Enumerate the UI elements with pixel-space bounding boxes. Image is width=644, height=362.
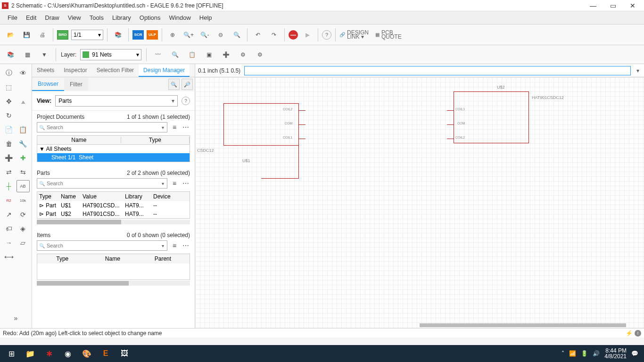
tab-selection-filter[interactable]: Selection Filter <box>92 64 139 77</box>
items-more-icon[interactable]: ⋯ <box>182 242 190 249</box>
docs-tree-root[interactable]: ▼ All Sheets <box>37 145 190 153</box>
maximize-button[interactable]: ▭ <box>607 2 619 9</box>
ulp-button[interactable]: ULP <box>147 30 158 40</box>
parts-more-icon[interactable]: ⋯ <box>182 180 190 187</box>
menu-draw[interactable]: Draw <box>41 12 63 23</box>
redo-icon[interactable]: ↷ <box>267 28 281 41</box>
taskbar-chrome-icon[interactable]: ◉ <box>58 346 77 361</box>
add-tool-icon[interactable]: ➕ <box>2 152 16 164</box>
stop-button[interactable]: — <box>289 30 298 40</box>
docs-search-input[interactable] <box>37 122 167 132</box>
tab-sheets[interactable]: Sheets <box>32 64 59 77</box>
copy-tool-icon[interactable]: 📄 <box>2 123 16 136</box>
items-search-input[interactable] <box>37 240 167 251</box>
subtab-browser[interactable]: Browser <box>32 78 64 91</box>
net-icon[interactable]: 〰 <box>151 48 165 61</box>
split-tool-icon[interactable]: ↗ <box>2 208 16 221</box>
tray-volume-icon[interactable]: 🔊 <box>593 350 600 357</box>
library-manager-icon[interactable]: 📚 <box>111 28 124 41</box>
add-part-icon[interactable]: ➕ <box>219 48 232 61</box>
subtab-filter[interactable]: Filter <box>64 78 88 90</box>
delete-tool-icon[interactable]: 🗑 <box>2 138 16 150</box>
probe-icon[interactable]: 🔍 <box>168 48 182 61</box>
filter-icon[interactable]: ▼ <box>38 48 51 61</box>
zoom-fit-icon[interactable]: ⊕ <box>166 28 179 41</box>
info-tool-icon[interactable]: ⓘ <box>2 67 16 79</box>
menu-view[interactable]: View <box>64 12 85 23</box>
parts-scrollbar[interactable] <box>37 220 190 224</box>
script-button[interactable]: SCR <box>132 30 144 40</box>
erc-icon[interactable]: ⚙ <box>236 48 249 61</box>
items-list-options-icon[interactable]: ≡ <box>170 242 179 249</box>
design-link-button[interactable]: DESIGN LINK ▾ <box>347 31 369 39</box>
zoom-selection-icon[interactable]: 🔎 <box>182 79 193 90</box>
tray-chevron-icon[interactable]: ˄ <box>561 350 564 357</box>
module-icon[interactable]: ▣ <box>202 48 215 61</box>
help-icon[interactable]: ? <box>322 30 331 40</box>
mark-tool-icon[interactable]: ⬚ <box>2 81 16 93</box>
paste-tool-icon[interactable]: 📋 <box>17 123 30 136</box>
taskbar-eagle-icon[interactable]: E <box>96 346 115 361</box>
gateswap-tool-icon[interactable]: ⇄ <box>2 166 16 178</box>
sync-status-icon[interactable]: ⚡ <box>626 330 633 337</box>
errors-icon[interactable]: ⚙ <box>253 48 266 61</box>
zoom-select-icon[interactable]: 🔍 <box>230 28 243 41</box>
menu-options[interactable]: Options <box>136 12 165 23</box>
taskbar-paint-icon[interactable]: 🎨 <box>77 346 96 361</box>
command-input[interactable] <box>244 66 631 75</box>
notifications-badge[interactable]: ! <box>635 330 641 337</box>
change-tool-icon[interactable]: 🔧 <box>17 138 30 150</box>
taskbar-explorer-icon[interactable]: 📁 <box>21 346 40 361</box>
parts-row[interactable]: ⊳ Part U$2 HAT901CSD... HAT9... -- <box>37 210 190 218</box>
layer-selector[interactable]: 91 Nets ▾ <box>80 49 141 60</box>
menu-edit[interactable]: Edit <box>22 12 40 23</box>
command-dropdown-icon[interactable]: ▾ <box>635 67 641 74</box>
close-button[interactable]: ✕ <box>627 2 638 9</box>
start-button[interactable]: ⊞ <box>2 346 21 361</box>
help-view-icon[interactable]: ? <box>182 97 190 105</box>
menu-window[interactable]: Window <box>165 12 195 23</box>
docs-more-icon[interactable]: ⋯ <box>182 123 190 131</box>
docs-tree-row-selected[interactable]: Sheet 1/1 Sheet <box>37 153 190 162</box>
sheet-selector[interactable]: 1/1▾ <box>71 30 103 40</box>
menu-file[interactable]: File <box>4 12 21 23</box>
pinswap-tool-icon[interactable]: ⇆ <box>17 166 30 178</box>
tray-wifi-icon[interactable]: 📶 <box>569 350 576 357</box>
tray-notifications-icon[interactable]: 💬 <box>631 350 638 357</box>
grid-icon[interactable]: ▦ <box>21 48 34 61</box>
tab-design-manager[interactable]: Design Manager <box>139 64 190 77</box>
name-tool-icon[interactable]: AB <box>17 180 30 192</box>
zoom-redraw-icon[interactable]: ⊖ <box>214 28 227 41</box>
docs-list-options-icon[interactable]: ≡ <box>170 123 179 131</box>
zoom-to-icon[interactable]: 🔍 <box>168 79 180 90</box>
paste-icon[interactable]: 📋 <box>185 48 198 61</box>
menu-library[interactable]: Library <box>108 12 135 23</box>
attribute-tool-icon[interactable]: ◈ <box>17 222 30 235</box>
view-selector[interactable]: Parts <box>55 95 178 107</box>
rotate-tool-icon[interactable]: ↻ <box>2 109 16 122</box>
move-tool-icon[interactable]: ✥ <box>2 95 16 107</box>
zoom-in-icon[interactable]: 🔍+ <box>182 28 195 41</box>
layers-icon[interactable]: 📚 <box>4 48 17 61</box>
minimize-button[interactable]: — <box>587 2 599 9</box>
open-icon[interactable]: 📂 <box>4 28 17 41</box>
value-tool-icon[interactable]: R2 <box>2 194 16 206</box>
mirror-tool-icon[interactable]: ⟁ <box>17 95 30 107</box>
show-tool-icon[interactable]: 👁 <box>17 67 30 79</box>
replace-tool-icon[interactable]: ✚ <box>17 152 30 164</box>
go-button[interactable]: ▶ <box>301 28 314 41</box>
menu-help[interactable]: Help <box>196 12 216 23</box>
parts-list-options-icon[interactable]: ≡ <box>170 180 179 187</box>
schematic-canvas[interactable]: U$1 CSDC12 COIL2 COM COIL1 U$2 HAT901CSD… <box>195 77 644 328</box>
items-scrollbar[interactable] <box>37 281 190 286</box>
net-tool-icon[interactable]: ┼ <box>2 180 16 192</box>
junction-tool-icon[interactable]: → <box>2 237 16 249</box>
zoom-out-icon[interactable]: 🔍- <box>198 28 211 41</box>
taskbar-app1-icon[interactable]: ✱ <box>40 346 58 361</box>
taskbar-clock[interactable]: 8:44 PM 4/8/2021 <box>604 348 627 359</box>
parts-row[interactable]: ⊳ Part U$1 HAT901CSD... HAT9... -- <box>37 201 190 210</box>
parts-search-input[interactable] <box>37 178 167 189</box>
taskbar-photos-icon[interactable]: 🖼 <box>115 346 134 361</box>
undo-icon[interactable]: ↶ <box>251 28 264 41</box>
smash-tool-icon[interactable]: 10k <box>17 194 30 206</box>
